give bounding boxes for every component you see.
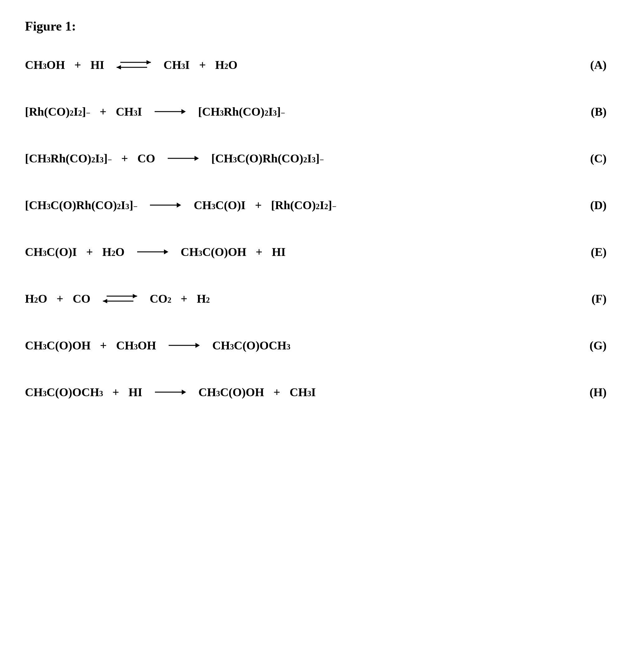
eq-D-product1: CH3C(O)I — [193, 198, 245, 212]
eq-G-plus1: + — [100, 339, 107, 352]
eq-H-plus2: + — [273, 385, 280, 399]
eq-F-product1: CO2 — [150, 292, 171, 305]
eq-E-label: (E) — [591, 245, 619, 259]
eq-A-plus2: + — [199, 58, 206, 72]
eq-A-reactant1: CH3OH — [25, 58, 65, 72]
eq-B-product1: [CH3Rh(CO)2I3]− — [198, 105, 285, 118]
eq-C-product1: [CH3C(O)Rh(CO)2I3]− — [211, 152, 324, 165]
eq-H-product2: CH3I — [290, 385, 316, 399]
eq-A-product1: CH3I — [163, 58, 189, 72]
eq-D-plus1: + — [255, 198, 262, 212]
eq-D-reactant1: [CH3C(O)Rh(CO)2I3]− — [25, 198, 137, 212]
eq-B-reactant2: CH3I — [116, 105, 142, 118]
eq-D-arrow — [150, 204, 181, 207]
eq-E-reactant1: CH3C(O)I — [25, 245, 77, 259]
eq-E-plus1: + — [86, 245, 93, 259]
equation-C: [CH3Rh(CO)2I3]− + CO [CH3C(O)Rh(CO)2I3]−… — [25, 146, 619, 171]
equation-H: CH3C(O)OCH3 + HI CH3C(O)OH + CH3I (H) — [25, 380, 619, 405]
eq-B-label: (B) — [591, 105, 619, 118]
equation-A: CH3OH + HI CH3I + H2O (A) — [25, 52, 619, 77]
eq-F-reactant2: CO — [73, 292, 90, 305]
eq-E-plus2: + — [256, 245, 262, 259]
eq-C-label: (C) — [590, 152, 619, 165]
equation-F: H2O + CO CO2 + H2 (F) — [25, 286, 619, 311]
eq-B-reactant1: [Rh(CO)2I2]− — [25, 105, 90, 118]
equation-D: [CH3C(O)Rh(CO)2I3]− CH3C(O)I + [Rh(CO)2I… — [25, 192, 619, 218]
eq-A-plus1: + — [74, 58, 81, 72]
eq-F-reactant1: H2O — [25, 292, 47, 305]
eq-C-plus1: + — [121, 152, 128, 165]
eq-H-plus1: + — [113, 385, 119, 399]
eq-E-product1: CH3C(O)OH — [181, 245, 247, 259]
eq-G-reactant1: CH3C(O)OH — [25, 339, 91, 352]
eq-A-arrow — [117, 61, 151, 69]
eq-B-plus1: + — [100, 105, 107, 118]
eq-C-reactant2: CO — [137, 152, 155, 165]
eq-F-label: (F) — [591, 292, 619, 305]
equation-B: [Rh(CO)2I2]− + CH3I [CH3Rh(CO)2I3]− (B) — [25, 99, 619, 124]
eq-H-arrow — [155, 391, 186, 394]
eq-E-product2: HI — [272, 245, 285, 259]
eq-H-product1: CH3C(O)OH — [199, 385, 264, 399]
eq-F-plus2: + — [181, 292, 187, 305]
figure-title: Figure 1: — [25, 19, 619, 34]
eq-C-arrow — [168, 157, 199, 160]
eq-F-plus1: + — [56, 292, 63, 305]
eq-B-arrow — [155, 110, 186, 113]
equation-E: CH3C(O)I + H2O CH3C(O)OH + HI (E) — [25, 239, 619, 264]
eq-A-product2: H2O — [215, 58, 237, 72]
eq-G-label: (G) — [590, 339, 619, 352]
eq-G-arrow — [169, 344, 200, 347]
eq-E-arrow — [137, 250, 168, 253]
eq-H-label: (H) — [590, 385, 619, 399]
eq-F-arrow — [103, 294, 137, 303]
equation-G: CH3C(O)OH + CH3OH CH3C(O)OCH3 (G) — [25, 333, 619, 358]
eq-A-reactant2: HI — [90, 58, 104, 72]
eq-H-reactant1: CH3C(O)OCH3 — [25, 385, 103, 399]
eq-C-reactant1: [CH3Rh(CO)2I3]− — [25, 152, 112, 165]
eq-H-reactant2: HI — [129, 385, 142, 399]
eq-F-product2: H2 — [197, 292, 210, 305]
eq-D-product2: [Rh(CO)2I2]− — [271, 198, 337, 212]
eq-D-label: (D) — [590, 198, 619, 212]
eq-E-reactant2: H2O — [102, 245, 124, 259]
eq-A-label: (A) — [590, 58, 619, 72]
eq-G-reactant2: CH3OH — [116, 339, 156, 352]
eq-G-product1: CH3C(O)OCH3 — [212, 339, 291, 352]
